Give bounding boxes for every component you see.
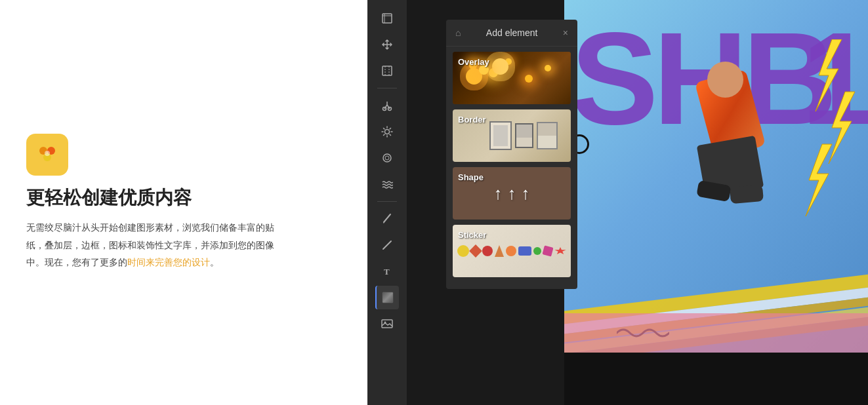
page-description: 无需绞尽脑汁从头开始创建图形素材，浏览我们储备丰富的贴纸，叠加层，边框，图标和装… <box>26 219 276 271</box>
transform-icon[interactable] <box>375 59 399 83</box>
shape-label: Shape <box>458 172 484 182</box>
svg-line-27 <box>383 241 391 249</box>
toolbar: T <box>367 0 407 405</box>
border-item[interactable]: Border <box>453 109 571 162</box>
left-panel: 更轻松创建优质内容 无需绞尽脑汁从头开始创建图形素材，浏览我们储备丰富的贴纸，叠… <box>0 0 367 405</box>
panel-close-button[interactable]: × <box>563 28 568 38</box>
move-icon[interactable] <box>375 33 399 56</box>
svg-rect-30 <box>382 320 392 328</box>
crop-icon[interactable] <box>375 7 399 30</box>
effect-icon[interactable] <box>375 172 399 196</box>
image-icon[interactable] <box>375 312 399 336</box>
arrow-3: ↑ <box>522 183 530 204</box>
svg-point-25 <box>385 156 389 160</box>
panel-home-icon[interactable]: ⌂ <box>455 28 461 38</box>
svg-line-22 <box>390 128 391 130</box>
svg-rect-7 <box>382 66 392 75</box>
overlay-item[interactable]: Overlay <box>453 52 571 104</box>
arrow-1: ↑ <box>494 183 503 204</box>
gradient-icon[interactable] <box>375 286 399 309</box>
bottom-dark-bar <box>564 353 868 405</box>
line-icon[interactable] <box>375 233 399 257</box>
panel-header: ⌂ Add element × <box>446 20 577 47</box>
brush-icon[interactable] <box>375 207 399 231</box>
svg-marker-38 <box>829 92 855 164</box>
lens-icon[interactable] <box>375 146 399 170</box>
sticker-label: Sticker <box>458 230 486 240</box>
toolbar-separator-1 <box>377 88 397 88</box>
editor-canvas: ⌂ Add element × Overlay <box>407 0 868 405</box>
panel-title: Add element <box>486 28 538 38</box>
svg-line-21 <box>390 134 391 136</box>
toolbar-separator-2 <box>377 201 397 202</box>
shape-item[interactable]: ↑ ↑ ↑ Shape <box>453 167 571 220</box>
right-panel: T <box>367 0 868 405</box>
sticker-item[interactable]: Sticker <box>453 225 571 277</box>
svg-text:T: T <box>384 267 390 277</box>
page-heading: 更轻松创建优质内容 <box>26 186 341 210</box>
svg-point-3 <box>45 151 50 156</box>
svg-point-15 <box>385 130 390 134</box>
overlay-label: Overlay <box>458 57 489 67</box>
svg-rect-29 <box>382 292 393 303</box>
cut-icon[interactable] <box>375 94 399 117</box>
svg-line-20 <box>384 128 385 130</box>
app-icon <box>26 134 68 176</box>
add-element-panel: ⌂ Add element × Overlay <box>446 20 577 289</box>
border-label: Border <box>458 115 486 125</box>
skater-background: SHB 1 <box>564 0 868 405</box>
svg-rect-4 <box>382 14 392 23</box>
highlight-text: 时间来完善您的设计 <box>127 257 210 267</box>
skater-figure <box>632 0 829 353</box>
arrow-2: ↑ <box>508 183 516 204</box>
svg-line-23 <box>384 134 385 136</box>
svg-point-24 <box>383 154 391 162</box>
text-icon[interactable]: T <box>375 260 399 283</box>
svg-line-26 <box>384 214 390 222</box>
brightness-icon[interactable] <box>375 120 399 144</box>
